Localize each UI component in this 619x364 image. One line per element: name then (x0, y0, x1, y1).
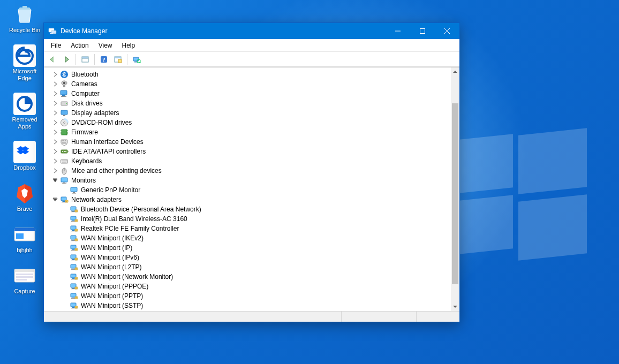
tree-device[interactable]: WAN Miniport (IPv6) (46, 253, 451, 262)
expand-icon[interactable] (51, 100, 59, 107)
bluetooth-icon (60, 70, 69, 79)
display-icon (60, 109, 69, 117)
menu-help[interactable]: Help (117, 41, 140, 50)
tree-device[interactable]: WAN Miniport (PPPOE) (46, 282, 451, 291)
network-icon (70, 301, 78, 310)
network-icon (70, 292, 78, 300)
scroll-up-button[interactable] (451, 67, 459, 76)
tree-category[interactable]: Display adapters (46, 108, 451, 118)
svg-rect-73 (62, 184, 66, 184)
desktop-icon-dropbox[interactable]: Dropbox (5, 141, 44, 171)
tree-item-label: Realtek PCIe FE Family Controller (81, 225, 179, 232)
computer-icon (60, 89, 69, 98)
back-button[interactable] (46, 53, 59, 66)
twisty-none (61, 186, 69, 194)
menu-action[interactable]: Action (66, 41, 93, 50)
maximize-button[interactable] (410, 23, 435, 39)
desktop-icon-capture[interactable]: Capture (5, 264, 44, 295)
device-manager-window: Device Manager FileActionViewHelp ? Blue… (43, 22, 460, 322)
desktop-icon-brave[interactable]: Brave (5, 182, 44, 213)
minimize-button[interactable] (386, 23, 410, 39)
tree-device[interactable]: WAN Miniport (IKEv2) (46, 233, 451, 243)
tree-item-label: Human Interface Devices (71, 138, 144, 146)
svg-text:?: ? (102, 56, 105, 63)
desktop-icon-removed-apps[interactable]: RemovedApps (5, 93, 44, 130)
tree-device[interactable]: WAN Miniport (SSTP) (46, 301, 451, 310)
collapse-icon[interactable] (51, 196, 59, 203)
tree-category[interactable]: DVD/CD-ROM drives (46, 118, 451, 127)
brave-icon (13, 182, 36, 204)
menu-file[interactable]: File (46, 41, 66, 50)
network-icon (70, 253, 78, 262)
tree-category[interactable]: Keyboards (46, 156, 451, 166)
tree-category[interactable]: Mice and other pointing devices (46, 166, 451, 176)
close-button[interactable] (435, 23, 459, 39)
tree-category[interactable]: Network adapters (46, 195, 451, 204)
tree-device[interactable]: WAN Miniport (PPTP) (46, 291, 451, 301)
twisty-none (61, 244, 69, 252)
expand-icon[interactable] (51, 138, 59, 146)
svg-rect-68 (62, 162, 66, 163)
tree-device[interactable]: Generic PnP Monitor (46, 185, 451, 195)
tree-item-label: Monitors (71, 177, 96, 184)
tree-item-label: WAN Miniport (IP) (81, 244, 132, 252)
expand-icon[interactable] (51, 119, 59, 126)
tree-category[interactable]: Disk drives (46, 98, 451, 108)
svg-rect-26 (115, 57, 121, 58)
tree-device[interactable]: WAN Miniport (IP) (46, 243, 451, 253)
expand-icon[interactable] (51, 167, 59, 175)
svg-rect-102 (72, 240, 75, 240)
properties-button[interactable] (111, 53, 124, 66)
expand-icon[interactable] (51, 157, 59, 165)
tree-device[interactable]: WAN Miniport (Network Monitor) (46, 272, 451, 282)
tree-device[interactable]: WAN Miniport (L2TP) (46, 262, 451, 272)
collapse-icon[interactable] (51, 177, 59, 184)
forward-button[interactable] (60, 53, 73, 66)
camera-icon (60, 80, 69, 88)
tree-category[interactable]: Computer (46, 89, 451, 98)
tree-category[interactable]: Print queues (46, 310, 451, 311)
svg-rect-67 (66, 161, 67, 162)
tree-category[interactable]: Human Interface Devices (46, 137, 451, 147)
desktop-icon-hjhjhh[interactable]: hjhjhh (5, 223, 44, 254)
svg-rect-11 (16, 276, 33, 278)
svg-rect-22 (82, 57, 88, 58)
tree-category[interactable]: Bluetooth (46, 70, 451, 79)
tree-device[interactable]: Intel(R) Dual Band Wireless-AC 3160 (46, 214, 451, 224)
tree-category[interactable]: Firmware (46, 127, 451, 137)
expand-icon[interactable] (51, 90, 59, 97)
svg-rect-63 (62, 161, 63, 162)
desktop-icon-recycle-bin[interactable]: Recycle Bin (5, 3, 44, 34)
expand-icon[interactable] (51, 148, 59, 155)
tree-item-label: Intel(R) Dual Band Wireless-AC 3160 (81, 215, 187, 223)
expand-icon[interactable] (51, 109, 59, 117)
network-icon (70, 234, 78, 242)
scroll-down-button[interactable] (451, 302, 459, 311)
desktop-icon-microsoft-edge[interactable]: MicrosoftEdge (5, 44, 44, 82)
window-title: Device Manager (61, 27, 107, 35)
tree-category[interactable]: IDE ATA/ATAPI controllers (46, 147, 451, 156)
vertical-scrollbar[interactable] (451, 67, 459, 311)
show-hidden-button[interactable] (79, 53, 92, 66)
svg-rect-120 (72, 269, 75, 269)
titlebar[interactable]: Device Manager (44, 23, 459, 39)
device-tree[interactable]: BluetoothCamerasComputerDisk drivesDispl… (46, 70, 451, 311)
svg-point-60 (65, 151, 66, 152)
expand-icon[interactable] (51, 80, 59, 88)
svg-line-31 (140, 62, 141, 63)
expand-icon[interactable] (51, 71, 59, 78)
menu-view[interactable]: View (94, 41, 117, 50)
tree-category[interactable]: Cameras (46, 79, 451, 89)
tree-device[interactable]: Realtek PCIe FE Family Controller (46, 224, 451, 233)
scan-hardware-button[interactable] (130, 53, 143, 66)
statusbar (44, 311, 459, 322)
help-button[interactable]: ? (97, 53, 110, 66)
scroll-thumb[interactable] (452, 103, 458, 284)
svg-rect-126 (72, 278, 75, 279)
tree-item-label: Generic PnP Monitor (81, 186, 140, 194)
tree-device[interactable]: Bluetooth Device (Personal Area Network) (46, 204, 451, 214)
expand-icon[interactable] (51, 128, 59, 136)
svg-rect-90 (72, 221, 75, 221)
twisty-none (61, 302, 69, 309)
tree-category[interactable]: Monitors (46, 176, 451, 185)
